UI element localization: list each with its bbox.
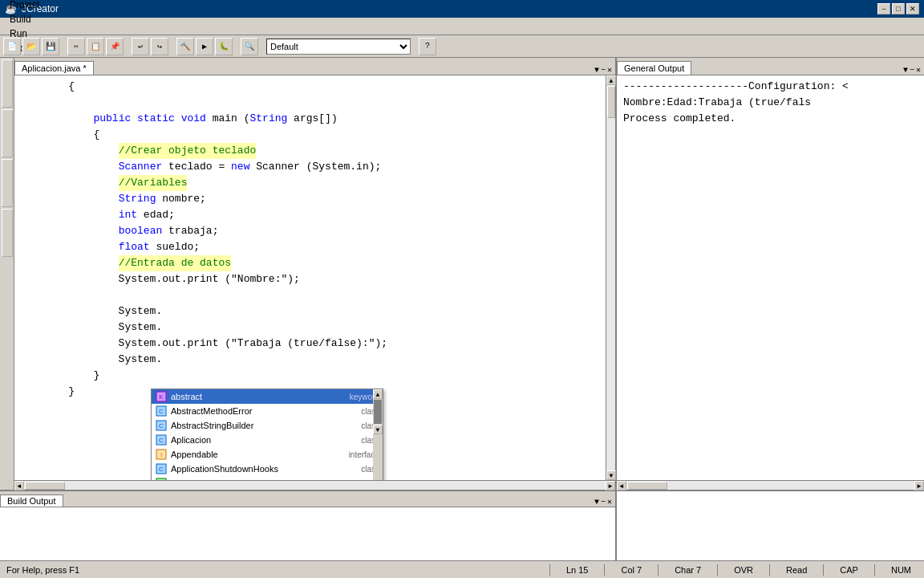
build-pin-button[interactable]: ▼ — [594, 498, 599, 507]
gutter-btn-4[interactable] — [2, 209, 13, 257]
output-hscrollbar[interactable]: ◄ ► — [617, 480, 924, 490]
code-line-13: System.out.print ("Nombre:"); — [21, 271, 590, 287]
code-line-11: float sueldo; — [21, 239, 590, 255]
run-button[interactable]: ▶ — [196, 38, 213, 55]
menu-bar: FileEditViewProjectBuildRunToolsConfigur… — [0, 18, 924, 35]
code-area[interactable]: { public static void main (String args[]… — [14, 75, 606, 480]
vscroll-down-arrow[interactable]: ▼ — [606, 470, 616, 480]
menu-item-build[interactable]: Build — [3, 12, 58, 26]
ac-item-icon-5: C — [155, 462, 168, 475]
ac-item-name-0: abstract — [171, 392, 343, 401]
copy-button[interactable]: 📋 — [87, 38, 104, 55]
vscroll-up-arrow[interactable]: ▲ — [606, 75, 616, 85]
save-button[interactable]: 💾 — [42, 38, 59, 55]
output-hscroll-right[interactable]: ► — [914, 481, 924, 490]
tab-pin-button[interactable]: ▼ — [594, 66, 599, 75]
editor-vscrollbar[interactable]: ▲ ▼ — [606, 75, 615, 480]
status-char: Char 7 — [668, 565, 707, 575]
code-line-15: System. — [21, 303, 590, 320]
autocomplete-item-0[interactable]: Kabstractkeyword — [152, 389, 383, 404]
tab-close-button[interactable]: ✕ — [607, 65, 612, 75]
ac-scroll-down[interactable]: ▼ — [373, 425, 383, 434]
ac-scroll-up[interactable]: ▲ — [373, 389, 383, 399]
build-button[interactable]: 🔨 — [176, 38, 194, 55]
output-tab-label: General Output — [624, 63, 684, 73]
vscroll-track[interactable] — [606, 85, 615, 470]
output-hscroll-left[interactable]: ◄ — [617, 481, 626, 490]
hscroll-left-arrow[interactable]: ◄ — [14, 481, 24, 490]
status-sep-4 — [717, 564, 718, 576]
code-line-6: Scanner teclado = new Scanner (System.in… — [21, 159, 590, 175]
status-sep-1 — [549, 564, 550, 576]
undo-button[interactable]: ↩ — [132, 38, 149, 55]
tab-label: Aplicacion.java * — [22, 63, 87, 73]
paste-button[interactable]: 📌 — [106, 38, 124, 55]
minimize-button[interactable]: − — [877, 3, 890, 14]
open-button[interactable]: 📂 — [22, 38, 40, 55]
output-line-3: Process completed. — [623, 111, 918, 127]
new-button[interactable]: 📄 — [3, 38, 21, 55]
ac-item-icon-6: V — [155, 477, 168, 480]
autocomplete-item-5[interactable]: CApplicationShutdownHooksclass — [152, 462, 383, 476]
code-line-8: String nombre; — [21, 191, 590, 207]
svg-text:C: C — [159, 466, 164, 473]
output-hscroll-thumb[interactable] — [627, 482, 667, 490]
config-combo[interactable]: Default — [266, 39, 411, 55]
build-close-button[interactable]: ✕ — [607, 497, 612, 507]
code-line-18: System. — [21, 352, 590, 368]
autocomplete-scrollbar[interactable]: ▲ ▼ — [373, 389, 383, 480]
gutter-btn-1[interactable] — [2, 59, 13, 108]
redo-button[interactable]: ↪ — [151, 38, 168, 55]
editor-hscrollbar[interactable]: ◄ ► — [14, 480, 615, 490]
output-minimize-button[interactable]: − — [910, 66, 914, 75]
editor-tab-aplicacion[interactable]: Aplicacion.java * — [14, 61, 94, 75]
ac-scrollthumb[interactable] — [374, 400, 382, 424]
autocomplete-item-3[interactable]: CAplicacionclass — [152, 433, 383, 447]
maximize-button[interactable]: □ — [892, 3, 905, 14]
build-minimize-button[interactable]: − — [601, 498, 606, 507]
close-button[interactable]: ✕ — [906, 3, 919, 14]
ac-item-name-5: ApplicationShutdownHooks — [171, 464, 355, 474]
vscroll-thumb[interactable] — [607, 86, 615, 118]
status-sep-7 — [874, 564, 875, 576]
autocomplete-item-6[interactable]: VargsString[] — [152, 476, 383, 480]
output-pin-button[interactable]: ▼ — [903, 66, 908, 75]
build-tab-label: Build Output — [7, 496, 56, 506]
ac-item-name-6: args — [171, 478, 347, 480]
autocomplete-item-2[interactable]: CAbstractStringBuilderclass — [152, 418, 383, 433]
debug-button[interactable]: 🐛 — [215, 38, 233, 55]
cut-button[interactable]: ✂ — [67, 38, 85, 55]
ac-item-icon-4: I — [155, 448, 168, 461]
output-line-2: Nombre:Edad:Trabaja (true/fals — [623, 95, 918, 111]
build-content — [0, 507, 615, 560]
hscroll-right-arrow[interactable]: ► — [606, 481, 615, 490]
window-controls: − □ ✕ — [877, 3, 919, 14]
svg-text:I: I — [160, 451, 162, 458]
right-build-panel — [617, 491, 924, 560]
svg-text:C: C — [159, 422, 164, 429]
gutter-btn-3[interactable] — [2, 159, 13, 207]
output-tab-general[interactable]: General Output — [617, 61, 691, 75]
output-close-button[interactable]: ✕ — [916, 65, 921, 75]
editor-tab-bar: Aplicacion.java * ▼ − ✕ — [14, 58, 615, 75]
build-tab[interactable]: Build Output — [0, 495, 63, 507]
code-line-14 — [21, 287, 590, 303]
hscroll-thumb[interactable] — [25, 482, 65, 490]
hscroll-track[interactable] — [24, 481, 606, 490]
status-bar: For Help, press F1 Ln 15 Col 7 Char 7 OV… — [0, 560, 924, 578]
output-hscroll-track[interactable] — [626, 481, 914, 490]
svg-text:K: K — [159, 393, 164, 401]
svg-text:C: C — [159, 437, 164, 444]
ac-item-name-4: Appendable — [171, 450, 342, 459]
help-button[interactable]: ? — [419, 38, 436, 55]
tab-minimize-button[interactable]: − — [601, 66, 606, 75]
search-button[interactable]: 🔍 — [241, 38, 258, 55]
autocomplete-item-1[interactable]: CAbstractMethodErrorclass — [152, 404, 383, 418]
tab-controls: ▼ − ✕ — [594, 65, 615, 75]
autocomplete-list: KabstractkeywordCAbstractMethodErrorclas… — [152, 389, 383, 480]
gutter-btn-2[interactable] — [2, 109, 13, 157]
ac-item-icon-0: K — [155, 390, 168, 403]
autocomplete-item-4[interactable]: IAppendableinterface — [152, 447, 383, 462]
menu-item-project[interactable]: Project — [3, 0, 58, 12]
autocomplete-dropdown[interactable]: KabstractkeywordCAbstractMethodErrorclas… — [151, 389, 383, 480]
